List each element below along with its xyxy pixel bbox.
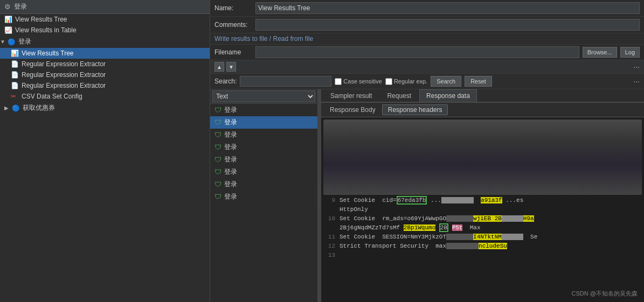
toolbar-row: ▲ ▼ ··· xyxy=(210,60,644,74)
name-input[interactable] xyxy=(255,2,640,14)
regular-exp-label[interactable]: Regular exp. xyxy=(385,78,427,85)
search-label: Search: xyxy=(214,78,237,85)
code-line-10b: 2Bj6gNqdMZzTd7sMf 2Bp1Wqumo 2B P5t Max xyxy=(323,224,642,233)
line-num-13: 13 xyxy=(323,252,340,258)
highlight-h9a: H9a xyxy=(523,215,534,222)
check-icon-6: 🛡 xyxy=(214,168,221,176)
result-item-4[interactable]: 🛡 登录 xyxy=(210,141,317,153)
extractor-icon-2: 📄 xyxy=(11,71,19,79)
tree-item-regex-extractor-3[interactable]: 📄 Regular Expression Extractor xyxy=(0,80,210,91)
tree-item-get-coupon[interactable]: ▶ 🔵 获取优惠券 xyxy=(0,102,210,114)
tree-item-regex-extractor-1[interactable]: 📄 Regular Expression Extractor xyxy=(0,59,210,69)
toolbar-down-button[interactable]: ▼ xyxy=(226,62,236,72)
tree-item-view-results-tree-1[interactable]: 📊 View Results Tree xyxy=(0,14,210,25)
result-item-7[interactable]: 🛡 登录 xyxy=(210,178,317,191)
case-sensitive-label[interactable]: Case sensitive xyxy=(335,78,382,85)
result-item-5[interactable]: 🛡 登录 xyxy=(210,153,317,166)
blurred-top-area xyxy=(323,120,642,195)
tree-item-login-group[interactable]: ▼ 🔵 登录 xyxy=(0,36,210,48)
sub-tab-response-headers[interactable]: Response headers xyxy=(382,104,448,115)
filename-label: Filename xyxy=(214,48,252,56)
highlight-i4ntkt: I4NTktNM xyxy=(473,234,502,240)
tree-content: 📊 View Results Tree 📈 View Results in Ta… xyxy=(0,14,210,302)
code-line-11: 11 Set Cookie SESSION=NmY3MjkzOT I4NTktN… xyxy=(323,234,642,242)
results-area: Text RegExp Tester HTML JSON XML 🛡 登录 🛡 xyxy=(210,89,644,302)
line-content-11: Set Cookie SESSION=NmY3MjkzOT I4NTktNM S… xyxy=(340,234,642,240)
left-panel: ⚙ 登录 📊 View Results Tree 📈 View Results … xyxy=(0,0,210,302)
search-row: Search: Case sensitive Regular exp. Sear… xyxy=(210,74,644,89)
results-list: 🛡 登录 🛡 登录 🛡 登录 🛡 登录 xyxy=(210,104,317,302)
extractor-icon-3: 📄 xyxy=(11,82,19,89)
result-label: 登录 xyxy=(224,180,237,189)
comments-input[interactable] xyxy=(255,19,640,31)
tab-sampler-result[interactable]: Sampler result xyxy=(323,89,379,102)
main-container: ⚙ 登录 📊 View Results Tree 📈 View Results … xyxy=(0,0,644,302)
line-content-9: Set Cookie cid=67eda3fb ... a91a3f ...es xyxy=(340,197,642,203)
highlight-a91a3f: a91a3f xyxy=(481,197,502,203)
line-content-httponly: HttpOnly xyxy=(340,206,642,213)
result-item-2[interactable]: 🛡 登录 xyxy=(210,116,317,129)
result-item-3[interactable]: 🛡 登录 xyxy=(210,129,317,141)
check-icon-5: 🛡 xyxy=(214,156,221,164)
check-icon-7: 🛡 xyxy=(214,180,221,188)
results-list-panel: Text RegExp Tester HTML JSON XML 🛡 登录 🛡 xyxy=(210,89,318,302)
line-num-9: 9 xyxy=(323,197,340,203)
tree-item-view-results-table-1[interactable]: 📈 View Results in Table xyxy=(0,25,210,36)
write-results-text: Write results to file / Read from file xyxy=(214,35,313,43)
check-icon: 🛡 xyxy=(214,106,221,114)
highlight-p5t: P5t xyxy=(452,224,463,231)
result-label: 登录 xyxy=(224,155,237,164)
sub-tab-response-body[interactable]: Response Body xyxy=(324,105,381,115)
response-content[interactable]: 9 Set Cookie cid=67eda3fb ... a91a3f ...… xyxy=(321,117,644,302)
write-results-bar[interactable]: Write results to file / Read from file xyxy=(210,33,644,45)
tree-item-label: CSV Data Set Config xyxy=(22,93,82,100)
highlight-wjieb: wjiEB 2B xyxy=(473,215,502,222)
case-sensitive-checkbox[interactable] xyxy=(335,78,342,85)
result-item-8[interactable]: 🛡 登录 xyxy=(210,191,317,203)
result-label: 登录 xyxy=(224,118,237,127)
tree-item-view-results-tree-2[interactable]: 📊 View Results Tree xyxy=(0,48,210,59)
line-content-10: Set Cookie rm_ads=o69YjAWwpGO wjiEB 2B H… xyxy=(340,215,642,222)
search-input[interactable] xyxy=(240,76,331,87)
tree-item-label: View Results Tree xyxy=(15,16,67,23)
tree-item-csv-config[interactable]: ✂ CSV Data Set Config xyxy=(0,91,210,102)
type-select[interactable]: Text RegExp Tester HTML JSON XML xyxy=(212,90,315,102)
result-item-6[interactable]: 🛡 登录 xyxy=(210,166,317,178)
code-line-13: 13 xyxy=(323,252,642,261)
regular-exp-checkbox[interactable] xyxy=(385,78,392,85)
code-line-12: 12 Strict Transport Security max ncludeS… xyxy=(323,243,642,251)
result-label: 登录 xyxy=(224,106,237,115)
line-num-12: 12 xyxy=(323,243,340,249)
tree-header: ⚙ 登录 xyxy=(0,0,210,14)
result-label: 登录 xyxy=(224,130,237,139)
reset-button[interactable]: Reset xyxy=(465,76,492,87)
coupon-icon: 🔵 xyxy=(12,104,20,112)
highlight-2bp1wqumo: 2Bp1Wqumo xyxy=(404,224,435,231)
thread-group-icon: 🔵 xyxy=(8,38,16,46)
check-icon-3: 🛡 xyxy=(214,131,221,139)
blurred-11-2 xyxy=(502,234,523,240)
tree-item-regex-extractor-2[interactable]: 📄 Regular Expression Extractor xyxy=(0,69,210,80)
line-content-12: Strict Transport Security max ncludeSu xyxy=(340,243,642,249)
log-button[interactable]: Log xyxy=(620,47,640,58)
highlight-ncludesu: ncludeSu xyxy=(479,243,507,249)
watermark: CSDN @不知名的吴先森 xyxy=(572,290,638,298)
detail-panel: Sampler result Request Response data Res… xyxy=(321,89,644,302)
blue-arrow-icon: 📊 xyxy=(4,16,13,23)
tab-request[interactable]: Request xyxy=(380,89,418,102)
tree-item-label: 获取优惠券 xyxy=(23,103,55,113)
tab-response-data[interactable]: Response data xyxy=(419,89,477,102)
blurred-10-2 xyxy=(502,215,523,222)
toolbar-up-button[interactable]: ▲ xyxy=(214,62,224,72)
tree-item-label: Regular Expression Extractor xyxy=(22,82,106,89)
search-button[interactable]: Search xyxy=(431,76,461,87)
check-icon-8: 🛡 xyxy=(214,193,221,201)
csv-icon: ✂ xyxy=(11,93,19,100)
tree-item-label: Regular Expression Extractor xyxy=(22,60,106,68)
browse-button[interactable]: Browse... xyxy=(583,47,617,58)
tabs-row: Sampler result Request Response data xyxy=(321,89,644,103)
line-num-11: 11 xyxy=(323,234,340,240)
result-item-1[interactable]: 🛡 登录 xyxy=(210,104,317,116)
filename-input[interactable] xyxy=(255,46,579,58)
line-content-10b: 2Bj6gNqdMZzTd7sMf 2Bp1Wqumo 2B P5t Max xyxy=(340,224,642,231)
